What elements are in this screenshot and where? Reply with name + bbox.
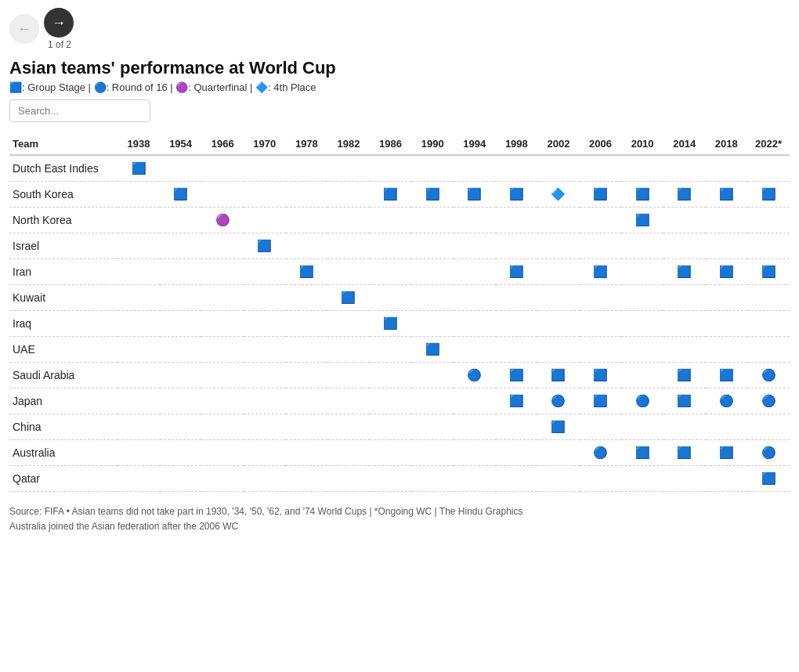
year-cell — [537, 440, 580, 466]
col-team: Team — [9, 133, 118, 155]
col-1970: 1970 — [244, 133, 286, 155]
year-cell — [454, 208, 496, 233]
year-cell — [201, 233, 244, 259]
year-cell — [286, 388, 328, 414]
year-cell: 🟦 — [411, 182, 454, 208]
year-cell — [454, 285, 496, 311]
year-cell — [496, 155, 538, 182]
year-cell — [411, 388, 454, 414]
year-cell — [327, 466, 370, 492]
navigation: ← → 1 of 2 — [9, 8, 790, 50]
year-cell: 🟦 — [160, 182, 202, 208]
year-cell — [706, 285, 748, 311]
year-cell: 🟦 — [747, 466, 790, 492]
legend-4th-place: 🔷: 4th Place — [255, 81, 316, 93]
year-cell — [244, 363, 286, 388]
year-cell: 🟦 — [244, 233, 286, 259]
year-cell — [454, 155, 496, 182]
table-row: Japan🟦🔵🟦🔵🟦🔵🔵 — [9, 388, 790, 414]
col-1954: 1954 — [160, 133, 202, 155]
year-cell — [118, 182, 160, 208]
year-cell: 🟦 — [580, 182, 622, 208]
year-cell — [621, 155, 663, 182]
year-cell: 🔵 — [621, 388, 663, 414]
year-cell — [580, 414, 622, 440]
performance-symbol: 🔵 — [761, 394, 776, 407]
year-cell — [244, 414, 286, 440]
year-cell — [706, 155, 748, 182]
year-cell: 🟦 — [496, 259, 538, 285]
year-cell — [327, 233, 370, 259]
year-cell — [160, 337, 202, 363]
year-cell — [706, 414, 748, 440]
col-1982: 1982 — [327, 133, 370, 155]
year-cell — [327, 259, 370, 285]
year-cell — [160, 363, 202, 388]
year-cell — [663, 414, 706, 440]
table-row: China🟦 — [9, 414, 790, 440]
year-cell: 🟦 — [370, 311, 412, 337]
performance-symbol: 🟦 — [593, 265, 608, 278]
year-cell — [496, 311, 538, 337]
year-cell: 🟦 — [454, 182, 496, 208]
performance-symbol: 🔵 — [551, 394, 566, 407]
year-cell — [244, 259, 286, 285]
year-cell — [160, 466, 202, 492]
year-cell — [454, 337, 496, 363]
year-cell: 🔵 — [747, 440, 790, 466]
year-cell — [580, 337, 622, 363]
year-cell — [370, 337, 412, 363]
next-button[interactable]: → — [44, 8, 74, 38]
year-cell — [201, 182, 244, 208]
year-cell: 🟦 — [411, 337, 454, 363]
year-cell — [580, 155, 622, 182]
year-cell — [747, 311, 790, 337]
year-cell — [454, 388, 496, 414]
year-cell — [244, 208, 286, 233]
legend-quarterfinal: 🟣: Quarterfinal — [175, 81, 247, 93]
year-cell — [201, 440, 244, 466]
performance-symbol: 🟦 — [719, 446, 734, 459]
col-1986: 1986 — [370, 133, 412, 155]
year-cell — [411, 440, 454, 466]
year-cell: 🟦 — [327, 285, 370, 311]
performance-symbol: 🟦 — [551, 368, 566, 381]
table-row: Israel🟦 — [9, 233, 790, 259]
year-cell — [370, 233, 412, 259]
footer-section: Source: FIFA • Asian teams did not take … — [9, 504, 790, 534]
year-cell — [411, 233, 454, 259]
year-cell: 🟦 — [663, 388, 706, 414]
year-cell — [537, 466, 580, 492]
year-cell — [244, 388, 286, 414]
year-cell — [496, 337, 538, 363]
year-cell: 🟦 — [580, 259, 622, 285]
year-cell — [621, 285, 663, 311]
year-cell — [370, 363, 412, 388]
year-cell — [537, 311, 580, 337]
prev-button[interactable]: ← — [9, 14, 39, 44]
year-cell: 🟦 — [706, 363, 748, 388]
performance-symbol: 🟦 — [635, 213, 650, 226]
main-title: Asian teams' performance at World Cup — [9, 58, 790, 78]
year-cell — [118, 311, 160, 337]
team-name-cell: China — [9, 414, 118, 440]
year-cell — [706, 311, 748, 337]
year-cell — [747, 233, 790, 259]
search-input[interactable] — [9, 99, 150, 122]
performance-symbol: 🟣 — [215, 213, 230, 226]
col-2002: 2002 — [537, 133, 580, 155]
year-cell — [201, 363, 244, 388]
performance-symbol: 🟦 — [173, 187, 188, 201]
year-cell — [327, 363, 370, 388]
year-cell — [411, 466, 454, 492]
table-row: Iraq🟦 — [9, 311, 790, 337]
col-2010: 2010 — [621, 133, 663, 155]
col-1938: 1938 — [118, 133, 160, 155]
year-cell — [160, 155, 202, 182]
year-cell — [160, 414, 202, 440]
year-cell — [286, 233, 328, 259]
year-cell: 🟦 — [663, 363, 706, 388]
year-cell — [327, 208, 370, 233]
performance-symbol: 🟦 — [132, 161, 146, 175]
title-section: Asian teams' performance at World Cup 🟦:… — [9, 58, 790, 93]
